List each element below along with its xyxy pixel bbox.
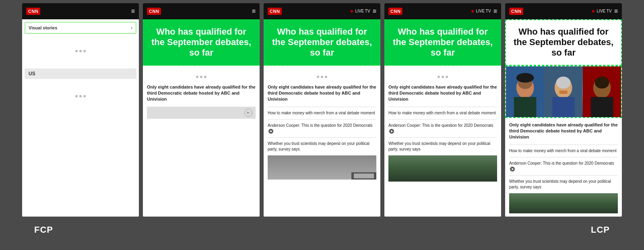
svg-rect-12 <box>591 97 613 117</box>
frame-3: CNN LIVE TV ≡ Who has qualified for the … <box>264 3 380 217</box>
cnn-logo-2: CNN <box>147 8 161 15</box>
booker-photo-svg <box>583 66 621 117</box>
divider-3a <box>268 107 376 107</box>
divider-4c <box>388 137 497 138</box>
cnn-header-2: CNN ≡ <box>143 3 260 19</box>
candidate-photo-biden <box>544 66 582 117</box>
hamburger-icon-4[interactable]: ≡ <box>493 8 497 14</box>
dot-2 <box>79 50 82 52</box>
header-right-3: LIVE TV ≡ <box>351 8 376 14</box>
live-tv-label-5: LIVE TV <box>597 9 612 13</box>
play-button-2[interactable]: ▶ <box>244 109 252 117</box>
live-dot-4 <box>471 10 474 12</box>
cnn-header-1: CNN ≡ <box>22 3 139 19</box>
dot-5 <box>79 95 82 97</box>
hamburger-icon-2[interactable]: ≡ <box>252 8 256 14</box>
divider-3b <box>268 119 376 120</box>
headline-title-3: Who has qualified for the September deba… <box>269 27 375 58</box>
cnn-header-4: CNN LIVE TV ≡ <box>384 3 501 19</box>
dot-10 <box>317 76 319 78</box>
article-content-4: Only eight candidates have already quali… <box>384 66 501 186</box>
headline-block-5: Who has qualified for the September deba… <box>505 19 622 66</box>
loading-indicator-2 <box>25 95 136 97</box>
article-image-3 <box>268 155 376 180</box>
play-icon-4[interactable] <box>389 129 394 134</box>
dot-8 <box>200 76 202 78</box>
play-icon-5[interactable] <box>510 167 515 171</box>
dot-12 <box>325 76 327 78</box>
frame-5-lcp: CNN LIVE TV ≡ Who has qualified for the … <box>505 3 622 217</box>
cnn-header-5: CNN LIVE TV ≡ <box>505 3 622 19</box>
dot-15 <box>446 76 448 78</box>
main-article-text-3: Only eight candidates have already quali… <box>268 84 376 103</box>
page-wrapper: CNN ≡ Visual stories › US <box>22 3 622 235</box>
divider-5c <box>509 175 618 176</box>
loading-indicator-3 <box>147 76 256 78</box>
article-image-5 <box>509 193 618 213</box>
main-article-text-4: Only eight candidates have already quali… <box>388 84 497 103</box>
svg-point-13 <box>594 76 609 89</box>
header-right-4: LIVE TV ≡ <box>471 8 497 14</box>
live-tv-label-4: LIVE TV <box>476 9 491 13</box>
divider-5a <box>509 145 618 145</box>
live-dot-5 <box>592 10 594 12</box>
hamburger-icon-1[interactable]: ≡ <box>131 8 135 14</box>
visual-stories-label: Visual stories <box>29 25 57 30</box>
svg-rect-2 <box>514 97 537 117</box>
frame1-content: Visual stories › US <box>22 19 139 116</box>
scroll-indicator-3 <box>351 172 376 180</box>
live-tv-label-3: LIVE TV <box>355 9 370 13</box>
dot-3 <box>83 50 86 52</box>
hamburger-icon-3[interactable]: ≡ <box>373 8 376 14</box>
article-content-2: Only eight candidates have already quali… <box>143 66 260 123</box>
scrollbar-3[interactable] <box>354 174 374 178</box>
sub-article-1-3[interactable]: How to make money with merch from a vira… <box>268 110 376 116</box>
main-article-text-2: Only eight candidates have already quali… <box>147 84 256 103</box>
kamala-photo-svg <box>506 66 544 117</box>
main-article-text-5: Only eight candidates have already quali… <box>509 122 618 140</box>
video-placeholder-2: ▶ <box>147 107 256 119</box>
lcp-label: LCP <box>591 225 610 235</box>
header-right-5: LIVE TV ≡ <box>592 8 618 14</box>
article-content-5: Only eight candidates have already quali… <box>505 118 622 217</box>
dot-1 <box>75 50 78 52</box>
dot-9 <box>204 76 206 78</box>
headline-title-5: Who has qualified for the September deba… <box>511 27 616 58</box>
sub-article-3-3[interactable]: Whether you trust scientists may depend … <box>268 141 376 152</box>
sub-article-2-3[interactable]: Anderson Cooper: This is the question fo… <box>268 123 376 134</box>
loading-indicator-5 <box>388 76 497 78</box>
live-dot-3 <box>351 10 353 12</box>
cnn-logo-1: CNN <box>26 8 40 15</box>
sub-article-3-4[interactable]: Whether you trust scientists may depend … <box>388 141 497 152</box>
sub-article-3-5[interactable]: Whether you trust scientists may depend … <box>509 179 618 190</box>
sub-article-2-5[interactable]: Anderson Cooper: This is the question fo… <box>509 161 618 172</box>
svg-rect-9 <box>559 91 568 94</box>
loading-indicator-1 <box>25 50 136 52</box>
chevron-right-icon: › <box>131 25 132 31</box>
dot-6 <box>83 95 86 97</box>
frame-2: CNN ≡ Who has qualified for the Septembe… <box>143 3 260 217</box>
biden-photo-svg <box>544 66 582 117</box>
cnn-logo-4: CNN <box>388 8 402 15</box>
visual-stories-bar[interactable]: Visual stories › <box>25 22 136 34</box>
dot-14 <box>442 76 444 78</box>
candidate-photo-kamala <box>506 66 544 117</box>
sub-article-2-4[interactable]: Anderson Cooper: This is the question fo… <box>388 123 497 134</box>
article-image-4 <box>388 155 497 182</box>
dot-4 <box>75 95 78 97</box>
headline-block-4: Who has qualified for the September deba… <box>384 19 501 66</box>
headline-title-4: Who has qualified for the September deba… <box>390 27 495 58</box>
frame-4: CNN LIVE TV ≡ Who has qualified for the … <box>384 3 501 217</box>
play-icon-3[interactable] <box>268 129 273 134</box>
candidate-photo-booker <box>583 66 621 117</box>
sub-article-1-4[interactable]: How to make money with merch from a vira… <box>388 110 497 116</box>
dot-11 <box>321 76 323 78</box>
sub-article-1-5[interactable]: How to make money with merch from a vira… <box>509 148 618 154</box>
svg-point-8 <box>556 76 571 89</box>
divider-4a <box>388 107 497 107</box>
hamburger-icon-5[interactable]: ≡ <box>614 8 618 14</box>
article-content-3: Only eight candidates have already quali… <box>264 66 380 184</box>
frames-row: CNN ≡ Visual stories › US <box>22 3 622 217</box>
headline-title-2: Who has qualified for the September deba… <box>149 27 254 58</box>
bottom-labels-row: FCP LCP <box>22 220 622 235</box>
